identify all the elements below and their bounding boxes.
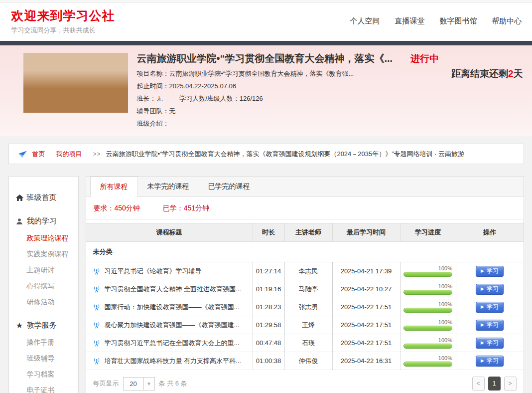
play-icon: ▶ bbox=[481, 359, 484, 363]
logo-title: 欢迎来到学习公社 bbox=[11, 7, 115, 24]
sidebar-section-teaching-service[interactable]: ★ 教学服务 bbox=[9, 317, 78, 334]
nav-help-center[interactable]: 帮助中心 bbox=[492, 16, 522, 26]
date-range-line: 起止时间：2025.04.22-2025.07.06 bbox=[137, 82, 522, 90]
course-title-link[interactable]: 学习贯彻全国教育大会精神 全面推进教育强国... bbox=[105, 285, 241, 294]
learn-button[interactable]: ▶学习 bbox=[476, 302, 504, 313]
breadcrumb-separator: >> bbox=[93, 151, 101, 158]
chevron-down-icon: ▼ bbox=[143, 378, 154, 390]
study-summary: 要求：450分钟 已学：451分钟 bbox=[86, 197, 524, 220]
class-thumbnail-image bbox=[23, 53, 128, 113]
intro-line: 班级介绍： bbox=[137, 119, 522, 128]
progress-bar: 100% bbox=[403, 319, 452, 331]
learn-button[interactable]: ▶学习 bbox=[476, 356, 504, 367]
monitor-line: 班长：无 学习人数/班级人数：126/126 bbox=[137, 94, 522, 103]
course-last-time: 2025-04-22 16:31 bbox=[332, 352, 400, 370]
course-last-time: 2025-04-22 10:27 bbox=[332, 280, 400, 298]
learn-button[interactable]: ▶学习 bbox=[476, 284, 504, 295]
course-teacher: 王烽 bbox=[284, 316, 332, 334]
sidebar-section-my-study[interactable]: 我的学习 bbox=[9, 213, 78, 229]
next-page-button[interactable]: > bbox=[504, 377, 517, 391]
progress-percent: 100% bbox=[403, 355, 452, 361]
learned-minutes: 451分钟 bbox=[184, 204, 209, 212]
teaching-service-submenu: 操作手册 班级辅导 学习档案 电子证书 问卷调查 bbox=[9, 335, 78, 393]
course-duration: 01:27:14 bbox=[253, 262, 284, 280]
prev-page-button[interactable]: < bbox=[472, 377, 485, 391]
broadcast-icon bbox=[93, 339, 101, 347]
learn-button[interactable]: ▶学习 bbox=[476, 266, 504, 277]
site-header: 欢迎来到学习公社 学习交流同分享，共获共成长 个人空间 直播课堂 数字图书馆 帮… bbox=[0, 2, 532, 41]
unit-label: 条 bbox=[159, 379, 165, 388]
broadcast-icon bbox=[93, 303, 101, 311]
broadcast-icon bbox=[93, 267, 101, 275]
tab-unfinished-courses[interactable]: 未学完的课程 bbox=[138, 177, 199, 196]
sidebar-item-study-archive[interactable]: 学习档案 bbox=[9, 367, 78, 383]
progress-percent: 100% bbox=[403, 301, 452, 307]
class-banner: 云南旅游职业学院•“学习贯彻全国教育大会精神，落实《... 进行中 距离结束还剩… bbox=[0, 45, 532, 136]
sidebar-item-manual[interactable]: 操作手册 bbox=[9, 335, 78, 351]
countdown-text: 距离结束还剩2天 bbox=[451, 67, 523, 80]
sidebar-section-label: 我的学习 bbox=[27, 216, 57, 226]
course-last-time: 2025-04-22 17:51 bbox=[332, 334, 400, 352]
course-title-link[interactable]: 凝心聚力加快建设教育强国——《教育强国建... bbox=[105, 321, 240, 330]
course-tabs: 所有课程 未学完的课程 已学完的课程 bbox=[86, 177, 524, 197]
progress-percent: 100% bbox=[403, 283, 452, 289]
paper-plane-icon bbox=[18, 149, 27, 159]
course-title-link[interactable]: 培育壮大国家战略科技力量 有力支撑高水平科... bbox=[105, 357, 241, 366]
course-duration: 01:00:38 bbox=[253, 352, 284, 370]
breadcrumb-current: 云南旅游职业学院•“学习贯彻全国教育大会精神，落实《教育强国建设规划纲要（202… bbox=[106, 150, 465, 159]
tab-all-courses[interactable]: 所有课程 bbox=[90, 177, 138, 197]
tab-finished-courses[interactable]: 已学完的课程 bbox=[199, 177, 260, 196]
main-panel: 所有课程 未学完的课程 已学完的课程 要求：450分钟 已学：451分钟 课程标… bbox=[86, 176, 524, 393]
broadcast-icon bbox=[93, 321, 101, 329]
total-count: 共 6 条 bbox=[167, 379, 187, 388]
broadcast-icon bbox=[93, 285, 101, 293]
sidebar-item-practice-courses[interactable]: 实践案例课程 bbox=[9, 246, 78, 262]
sidebar-item-e-certificate[interactable]: 电子证书 bbox=[9, 383, 78, 393]
col-course-title: 课程标题 bbox=[86, 223, 253, 241]
required-minutes: 450分钟 bbox=[115, 204, 140, 212]
play-icon: ▶ bbox=[481, 269, 484, 273]
course-title-link[interactable]: 习近平总书记《论教育》学习辅导 bbox=[105, 267, 202, 276]
course-table: 课程标题 时长 主讲老师 最后学习时间 学习进度 操作 未分类 习近平总书记《论… bbox=[86, 223, 524, 370]
breadcrumb-projects-link[interactable]: 我的项目 bbox=[56, 150, 82, 159]
sidebar-section-label: 教学服务 bbox=[27, 321, 57, 330]
learn-button[interactable]: ▶学习 bbox=[476, 338, 504, 349]
page-number-button[interactable]: 1 bbox=[488, 377, 501, 391]
course-teacher: 李志民 bbox=[284, 262, 332, 280]
course-title-link[interactable]: 国家行动：加快建设教育强国——《教育强国... bbox=[105, 303, 240, 312]
star-icon: ★ bbox=[15, 321, 24, 330]
nav-personal-space[interactable]: 个人空间 bbox=[350, 16, 380, 26]
sidebar-item-reflection-writing[interactable]: 心得撰写 bbox=[9, 278, 78, 294]
course-teacher: 石瑛 bbox=[284, 334, 332, 352]
per-page-select[interactable]: 20 ▼ bbox=[123, 377, 155, 391]
course-title-link[interactable]: 学习贯彻习近平总书记在全国教育大会上的重... bbox=[105, 339, 240, 348]
course-last-time: 2025-04-22 17:51 bbox=[332, 316, 400, 334]
progress-percent: 100% bbox=[403, 265, 452, 271]
play-icon: ▶ bbox=[481, 287, 484, 291]
table-row: 培育壮大国家战略科技力量 有力支撑高水平科... 01:00:38 仲伟俊 20… bbox=[86, 352, 524, 370]
progress-bar: 100% bbox=[403, 337, 452, 349]
logo-subtitle: 学习交流同分享，共获共成长 bbox=[11, 26, 115, 35]
col-last-time: 最后学习时间 bbox=[332, 223, 400, 241]
breadcrumb: 首页 我的项目 >> 云南旅游职业学院•“学习贯彻全国教育大会精神，落实《教育强… bbox=[8, 144, 524, 164]
progress-bar: 100% bbox=[403, 283, 452, 295]
course-teacher: 张志勇 bbox=[284, 298, 332, 316]
sidebar-item-training-activity[interactable]: 研修活动 bbox=[9, 294, 78, 310]
course-duration: 01:28:23 bbox=[253, 298, 284, 316]
my-study-submenu: 政策理论课程 实践案例课程 主题研讨 心得撰写 研修活动 bbox=[9, 230, 78, 310]
breadcrumb-home-link[interactable]: 首页 bbox=[32, 150, 45, 159]
dark-divider-bar bbox=[0, 41, 532, 45]
team-line: 辅导团队：无 bbox=[137, 107, 522, 115]
table-row: 习近平总书记《论教育》学习辅导 01:27:14 李志民 2025-04-21 … bbox=[86, 262, 524, 280]
sidebar-item-policy-courses[interactable]: 政策理论课程 bbox=[9, 230, 78, 246]
learn-button[interactable]: ▶学习 bbox=[476, 320, 504, 331]
col-action: 操作 bbox=[456, 223, 524, 241]
sidebar-item-class-tutoring[interactable]: 班级辅导 bbox=[9, 351, 78, 367]
site-logo[interactable]: 欢迎来到学习公社 学习交流同分享，共获共成长 bbox=[11, 7, 115, 35]
progress-percent: 100% bbox=[403, 319, 452, 325]
progress-percent: 100% bbox=[403, 337, 452, 343]
sidebar-item-class-home[interactable]: 班级首页 bbox=[9, 190, 78, 206]
nav-live-classroom[interactable]: 直播课堂 bbox=[395, 16, 425, 26]
nav-digital-library[interactable]: 数字图书馆 bbox=[440, 16, 477, 26]
sidebar-item-topic-discussion[interactable]: 主题研讨 bbox=[9, 262, 78, 278]
